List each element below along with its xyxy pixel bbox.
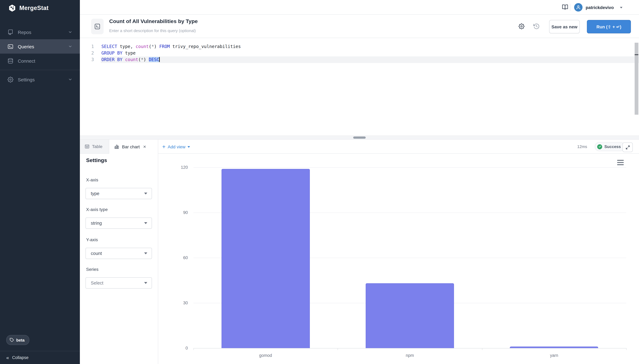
sidebar-item-connect[interactable]: Connect bbox=[0, 54, 80, 68]
add-view-button[interactable]: + Add view bbox=[162, 140, 190, 154]
series-select[interactable]: Select bbox=[86, 277, 152, 288]
save-as-new-button[interactable]: Save as new bbox=[549, 20, 580, 33]
y-axis-label: Y-axis bbox=[86, 237, 98, 242]
add-view-label: Add view bbox=[168, 144, 185, 149]
x-axis-label: X-axis bbox=[86, 177, 98, 182]
logo-text: MergeStat bbox=[19, 5, 49, 12]
tag-icon bbox=[10, 338, 14, 342]
code-line-2[interactable]: 2GROUP BY type bbox=[80, 50, 639, 56]
tab-table[interactable]: Table bbox=[80, 140, 109, 154]
line-number: 1 bbox=[80, 43, 101, 50]
x-axis-tick bbox=[193, 348, 194, 350]
code-token: FROM bbox=[159, 44, 170, 49]
bar-yarn[interactable] bbox=[510, 346, 598, 348]
terminal-icon bbox=[8, 44, 14, 50]
x-tick-label-yarn: yarn bbox=[523, 353, 585, 358]
x-axis-type-value: string bbox=[91, 221, 144, 226]
select-caret-icon bbox=[144, 252, 147, 254]
chevron-down-icon bbox=[68, 30, 72, 34]
code-token bbox=[122, 57, 125, 62]
gear-icon bbox=[8, 76, 14, 82]
code-token: ( bbox=[149, 44, 151, 49]
repo-icon bbox=[8, 29, 14, 35]
code-token: ( bbox=[138, 57, 141, 62]
y-tick-label: 0 bbox=[167, 346, 188, 350]
code-token: count bbox=[125, 57, 138, 62]
bar-npm[interactable] bbox=[366, 283, 454, 348]
status-badge: Success bbox=[595, 142, 625, 151]
y-tick-label: 120 bbox=[167, 165, 188, 170]
chart-menu-icon[interactable] bbox=[617, 160, 624, 166]
series-label: Series bbox=[86, 267, 98, 272]
sidebar-item-queries[interactable]: Queries bbox=[0, 39, 80, 54]
tab-bar-filler bbox=[158, 140, 639, 154]
collapse-sidebar-button[interactable]: « Collapse bbox=[0, 351, 80, 364]
collapse-chevrons-icon: « bbox=[6, 355, 9, 360]
topbar: patrickdevivo bbox=[80, 0, 639, 15]
query-settings-gear-icon[interactable] bbox=[519, 23, 525, 29]
editor-scrollbar[interactable] bbox=[635, 43, 638, 115]
x-axis-select[interactable]: type bbox=[86, 188, 152, 199]
database-icon bbox=[8, 58, 14, 64]
sidebar-item-label: Repos bbox=[18, 30, 31, 35]
x-tick-label-gomod: gomod bbox=[234, 353, 297, 358]
query-title[interactable]: Count of All Vulnerabilities by Type bbox=[109, 18, 198, 24]
avatar[interactable] bbox=[574, 3, 582, 12]
bar-chart-icon bbox=[114, 144, 119, 149]
sidebar-item-settings[interactable]: Settings bbox=[0, 72, 80, 87]
query-duration: 12ms bbox=[577, 140, 587, 154]
chevron-down-icon bbox=[68, 77, 72, 82]
sidebar: MergeStat Repos Queries bbox=[0, 0, 80, 364]
tab-label: Table bbox=[92, 144, 103, 149]
mergestat-logo-icon bbox=[8, 4, 16, 12]
success-check-icon bbox=[597, 144, 602, 149]
x-tick-label-npm: npm bbox=[379, 353, 441, 358]
status-label: Success bbox=[604, 144, 621, 149]
x-axis-type-select[interactable]: string bbox=[86, 218, 152, 229]
close-tab-icon[interactable]: × bbox=[143, 144, 146, 149]
chevron-down-icon bbox=[68, 44, 72, 48]
tab-bar-chart[interactable]: Bar chart × bbox=[109, 140, 158, 154]
run-query-button[interactable]: Run (⇧ + ↵) bbox=[587, 20, 631, 33]
bar-gomod[interactable] bbox=[221, 169, 310, 348]
grid-line bbox=[193, 167, 626, 168]
series-value: Select bbox=[91, 280, 144, 286]
y-tick-label: 60 bbox=[167, 256, 188, 260]
x-axis-value: type bbox=[91, 191, 144, 196]
y-axis-value: count bbox=[91, 251, 144, 256]
code-token: DESC bbox=[149, 57, 159, 62]
x-axis-type-label: X-axis type bbox=[86, 207, 108, 212]
text-cursor bbox=[159, 57, 160, 62]
add-view-caret-icon bbox=[188, 146, 190, 148]
code-token: ) bbox=[154, 44, 159, 49]
code-token: * bbox=[151, 44, 154, 49]
results-tab-bar: Table Bar chart × + Add view 12ms Suc bbox=[80, 140, 639, 154]
logo[interactable]: MergeStat bbox=[8, 4, 49, 12]
sidebar-item-label: Settings bbox=[18, 77, 35, 82]
docs-book-icon[interactable] bbox=[562, 4, 568, 10]
code-line-3[interactable]: 3ORDER BY count(*) DESC bbox=[80, 56, 639, 63]
code-token: ) bbox=[143, 57, 149, 62]
line-number: 2 bbox=[80, 50, 101, 56]
collapse-label: Collapse bbox=[12, 355, 29, 360]
y-axis-select[interactable]: count bbox=[86, 248, 152, 259]
x-axis-tick bbox=[482, 348, 482, 350]
resize-handle[interactable] bbox=[353, 136, 366, 139]
sidebar-item-repos[interactable]: Repos bbox=[0, 25, 80, 39]
user-menu-caret-icon[interactable] bbox=[620, 7, 622, 8]
sql-editor[interactable]: 1SELECT type, count(*) FROM trivy_repo_v… bbox=[80, 38, 639, 136]
username[interactable]: patrickdevivo bbox=[586, 0, 614, 15]
y-tick-label: 90 bbox=[167, 210, 188, 215]
query-description-placeholder[interactable]: Enter a short description for this query… bbox=[109, 28, 196, 33]
topbar-divider bbox=[570, 4, 570, 11]
beta-badge: beta bbox=[6, 335, 29, 345]
expand-results-button[interactable] bbox=[622, 142, 633, 152]
code-line-1[interactable]: 1SELECT type, count(*) FROM trivy_repo_v… bbox=[80, 43, 639, 50]
history-icon[interactable] bbox=[533, 23, 540, 30]
sidebar-divider bbox=[0, 70, 80, 70]
bar-chart: 0306090120gomodnpmyarn bbox=[158, 154, 639, 364]
code-token: SELECT bbox=[101, 44, 117, 49]
sidebar-item-label: Queries bbox=[18, 44, 34, 49]
code-token: type bbox=[122, 50, 136, 56]
select-caret-icon bbox=[144, 222, 147, 224]
